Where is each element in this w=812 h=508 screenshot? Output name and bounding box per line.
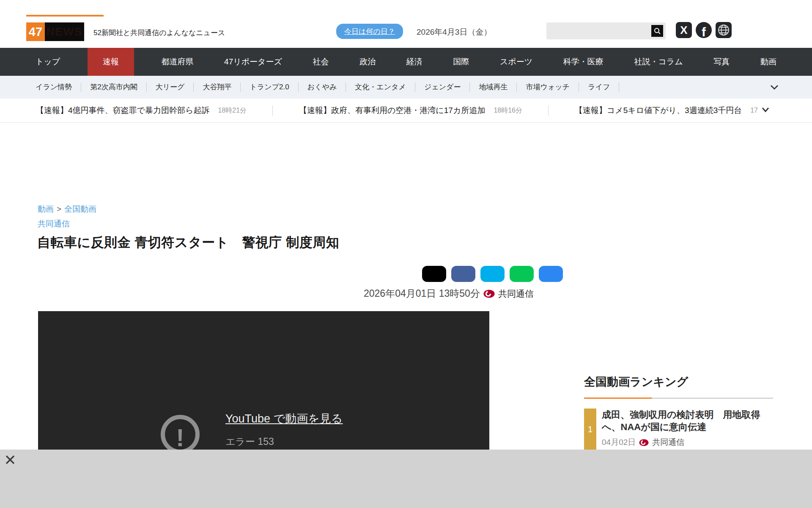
topic-life[interactable]: ライフ xyxy=(579,83,619,92)
topic-regional[interactable]: 地域再生 xyxy=(470,83,517,92)
video-ranking-sidebar: 全国動画ランキング 1 成田、強制収用の検討表明 用地取得へ、NAAが国に意向伝… xyxy=(584,374,773,450)
close-icon[interactable] xyxy=(5,455,15,465)
share-buttons xyxy=(422,266,563,282)
site-header: 47 NEWS 52新聞社と共同通信のよんななニュース 今日は何の日？ 2026… xyxy=(0,0,812,48)
main-navigation: トップ 速報 都道府県 47リポーターズ 社会 政治 経済 国際 スポーツ 科学… xyxy=(0,48,812,76)
search-button[interactable] xyxy=(651,25,663,37)
share-button-green[interactable] xyxy=(510,266,534,282)
ranking-divider xyxy=(584,398,773,399)
breadcrumb-video[interactable]: 動画 xyxy=(38,204,54,213)
nav-item-prefectures[interactable]: 都道府県 xyxy=(158,48,197,76)
topic-mlb[interactable]: 大リーグ xyxy=(147,83,194,92)
source-kyodo-link[interactable]: 共同通信 xyxy=(38,218,70,229)
topic-obituary[interactable]: おくやみ xyxy=(299,83,346,92)
topics-expand-chevron-icon[interactable] xyxy=(770,84,779,90)
topic-gender[interactable]: ジェンダー xyxy=(415,83,470,92)
divider xyxy=(272,105,273,116)
nav-item-video[interactable]: 動画 xyxy=(757,48,780,76)
breadcrumb: 動画>全国動画 xyxy=(38,204,96,215)
nav-item-society[interactable]: 社会 xyxy=(310,48,332,76)
ticker-item[interactable]: 【速報】4億円事件、窃盗罪で暴力団幹部ら起訴 18時21分 xyxy=(36,105,247,116)
today-what-day-button[interactable]: 今日は何の日？ xyxy=(336,24,403,39)
topics-bar: イラン情勢 第2次高市内閣 大リーグ 大谷翔平 トランプ2.0 おくやみ 文化・… xyxy=(0,76,812,99)
video-error-code: エラー 153 xyxy=(225,435,274,448)
rank-number-badge: 1 xyxy=(584,409,596,450)
logo-accent-line xyxy=(26,15,104,17)
nav-item-economy[interactable]: 経済 xyxy=(403,48,426,76)
publish-info: 2026年04月01日 13時50分 共同通信 xyxy=(364,287,534,300)
ticker-expand-chevron-icon[interactable] xyxy=(761,107,770,113)
breadcrumb-national-video[interactable]: 全国動画 xyxy=(64,204,96,213)
nav-item-top[interactable]: トップ xyxy=(32,48,63,76)
topic-iran[interactable]: イラン情勢 xyxy=(33,83,81,92)
publish-date: 2026年04月01日 13時50分 xyxy=(364,287,480,300)
topic-market[interactable]: 市場ウォッチ xyxy=(517,83,579,92)
logo-news-box: NEWS xyxy=(45,22,84,41)
x-twitter-icon[interactable]: X xyxy=(676,22,692,38)
ranking-item-title: 成田、強制収用の検討表明 用地取得へ、NAAが国に意向伝達 xyxy=(602,409,773,433)
nav-item-47reporters[interactable]: 47リポーターズ xyxy=(221,48,285,76)
nav-item-science-medical[interactable]: 科学・医療 xyxy=(560,48,607,76)
article-title: 自転車に反則金 青切符スタート 警視庁 制度周知 xyxy=(37,234,339,251)
ticker-item[interactable]: 【速報】コメ5キロ値下がり、3週連続3千円台 17 xyxy=(575,105,758,116)
share-button-darkblue[interactable] xyxy=(451,266,475,282)
search-input[interactable] xyxy=(546,22,666,39)
facebook-icon[interactable]: f xyxy=(696,22,712,38)
share-button-lightblue[interactable] xyxy=(480,266,505,282)
nav-item-editorial-column[interactable]: 社説・コラム xyxy=(631,48,686,76)
topic-trump[interactable]: トランプ2.0 xyxy=(241,83,298,92)
search-icon xyxy=(653,27,661,35)
publish-source: 共同通信 xyxy=(498,288,534,300)
share-button-black[interactable] xyxy=(422,266,446,282)
ranking-item-date: 04月02日 xyxy=(602,437,636,448)
breaking-news-ticker: 【速報】4億円事件、窃盗罪で暴力団幹部ら起訴 18時21分 【速報】政府、有事利… xyxy=(0,99,812,123)
watch-on-youtube-link[interactable]: YouTube で動画を見る xyxy=(225,411,343,426)
error-exclamation-icon: ! xyxy=(161,415,200,454)
ranking-item-1[interactable]: 1 成田、強制収用の検討表明 用地取得へ、NAAが国に意向伝達 04月02日 共… xyxy=(584,409,773,450)
site-logo[interactable]: 47 NEWS xyxy=(26,22,84,41)
kyodo-news-logo xyxy=(639,439,649,446)
logo-47-box: 47 xyxy=(26,22,45,41)
divider xyxy=(548,105,549,116)
globe-icon[interactable] xyxy=(716,22,732,38)
current-date: 2026年4月3日（金） xyxy=(417,27,491,38)
ticker-item[interactable]: 【速報】政府、有事利用の空港・港湾に17カ所追加 18時16分 xyxy=(299,105,522,116)
ranking-item-source: 共同通信 xyxy=(652,437,684,448)
nav-item-photo[interactable]: 写真 xyxy=(710,48,733,76)
kyodo-news-logo xyxy=(483,290,495,298)
nav-item-international[interactable]: 国際 xyxy=(450,48,472,76)
nav-item-sports[interactable]: スポーツ xyxy=(497,48,536,76)
topic-cabinet[interactable]: 第2次高市内閣 xyxy=(81,83,146,92)
bottom-ad-banner xyxy=(0,450,812,508)
ranking-item-meta: 04月02日 共同通信 xyxy=(602,437,773,448)
nav-item-breaking[interactable]: 速報 xyxy=(88,48,134,76)
breadcrumb-separator: > xyxy=(57,204,61,213)
nav-item-politics[interactable]: 政治 xyxy=(356,48,379,76)
topic-culture[interactable]: 文化・エンタメ xyxy=(346,83,415,92)
topic-ohtani[interactable]: 大谷翔平 xyxy=(194,83,241,92)
ranking-heading: 全国動画ランキング xyxy=(584,374,773,389)
share-button-blue[interactable] xyxy=(539,266,563,282)
site-tagline: 52新聞社と共同通信のよんななニュース xyxy=(93,28,225,38)
search-box xyxy=(546,22,666,39)
